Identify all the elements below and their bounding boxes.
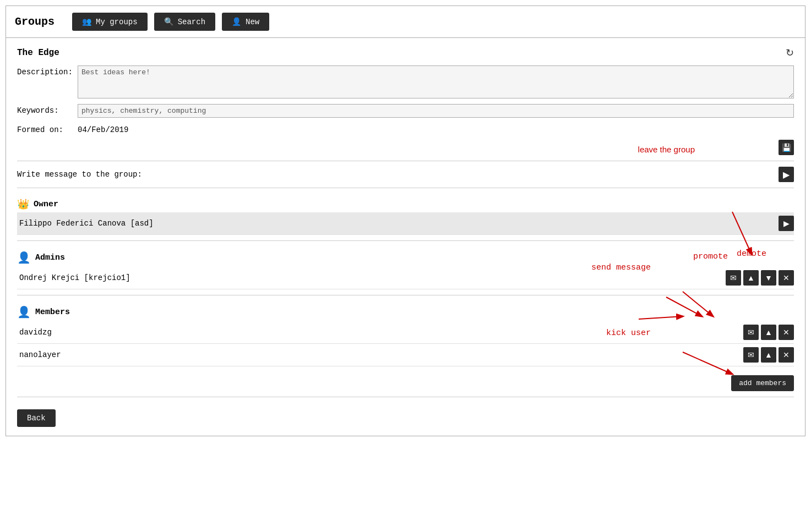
write-message-row: Write message to the group: ▶	[17, 167, 794, 182]
formed-on-label: Formed on:	[17, 123, 78, 134]
add-members-button[interactable]: add members	[731, 375, 794, 391]
write-message-label: Write message to the group:	[17, 170, 142, 179]
member-row-1: nanolayer ✉ ▲ ✕	[17, 344, 794, 366]
admins-icon: 👤	[17, 251, 31, 265]
new-button[interactable]: 👤 New	[222, 13, 269, 31]
member-send-message-button-1[interactable]: ✉	[743, 347, 759, 363]
keywords-row: Keywords:	[17, 104, 794, 118]
keywords-input[interactable]	[78, 104, 794, 118]
admin-name-0: Ondrej Krejci [krejcio1]	[19, 273, 130, 282]
my-groups-button[interactable]: 👥 My groups	[72, 13, 148, 31]
owner-section: 👑 Owner Filippo Federici Canova [asd] ▶	[17, 194, 794, 235]
save-btn-row: 💾	[17, 140, 794, 155]
owner-header: 👑 Owner	[17, 194, 794, 212]
divider-1	[17, 161, 794, 161]
group-title-row: The Edge ↻	[17, 47, 794, 59]
divider-3	[17, 240, 794, 241]
back-button[interactable]: Back	[17, 409, 56, 427]
admin-kick-button-0[interactable]: ✕	[779, 270, 794, 286]
group-name: The Edge	[17, 48, 59, 58]
description-input[interactable]	[78, 65, 794, 98]
description-row: Description:	[17, 65, 794, 98]
divider-5	[17, 397, 794, 397]
member-actions-1: ✉ ▲ ✕	[743, 347, 794, 363]
member-row-0: davidzg ✉ ▲ ✕	[17, 321, 794, 344]
description-label: Description:	[17, 65, 78, 76]
members-icon: 👤	[17, 305, 31, 319]
search-icon: 🔍	[164, 17, 173, 26]
refresh-button[interactable]: ↻	[786, 47, 794, 59]
my-groups-icon: 👥	[82, 17, 91, 26]
admin-actions-0: ✉ ▲ ▼ ✕	[726, 270, 794, 286]
admin-demote-button-0[interactable]: ▼	[761, 270, 776, 286]
owner-member-row: Filippo Federici Canova [asd] ▶	[17, 212, 794, 235]
new-group-icon: 👤	[232, 17, 241, 26]
admin-member-row-0: Ondrej Krejci [krejcio1] ✉ ▲ ▼ ✕	[17, 267, 794, 289]
member-name-0: davidzg	[19, 328, 52, 337]
members-section: kick user 👤 Members davidzg ✉ ▲ ✕ nanola…	[17, 301, 794, 391]
admins-header: 👤 Admins	[17, 246, 794, 267]
member-send-message-button-0[interactable]: ✉	[743, 325, 759, 340]
formed-on-value: 04/Feb/2019	[78, 123, 128, 134]
divider-4	[17, 295, 794, 295]
save-button[interactable]: 💾	[779, 140, 794, 155]
member-promote-button-1[interactable]: ▲	[761, 347, 776, 363]
member-actions-0: ✉ ▲ ✕	[743, 325, 794, 340]
page-title: Groups	[15, 15, 55, 28]
keywords-label: Keywords:	[17, 104, 78, 115]
member-kick-button-0[interactable]: ✕	[779, 325, 794, 340]
header: Groups 👥 My groups 🔍 Search 👤 New	[6, 6, 805, 38]
owner-actions: ▶	[779, 216, 794, 231]
divider-2	[17, 188, 794, 188]
owner-leave-button[interactable]: ▶	[779, 216, 794, 231]
main-container: Groups 👥 My groups 🔍 Search 👤 New The Ed…	[6, 6, 805, 436]
formed-on-row: Formed on: 04/Feb/2019	[17, 123, 794, 134]
admin-send-message-button-0[interactable]: ✉	[726, 270, 741, 286]
write-message-area: leave the group Write message to the gro…	[17, 167, 794, 182]
admins-section: send message promote demote 👤 Admins Ond…	[17, 246, 794, 289]
admin-promote-button-0[interactable]: ▲	[743, 270, 759, 286]
owner-icon: 👑	[17, 198, 29, 210]
owner-name: Filippo Federici Canova [asd]	[19, 219, 154, 228]
leave-group-button[interactable]: ▶	[779, 167, 794, 182]
member-promote-button-0[interactable]: ▲	[761, 325, 776, 340]
admins-heading: Admins	[35, 253, 65, 262]
add-members-row: add members	[17, 372, 794, 391]
members-header: 👤 Members	[17, 301, 794, 321]
owner-heading: Owner	[34, 200, 58, 209]
members-heading: Members	[35, 308, 70, 317]
search-button[interactable]: 🔍 Search	[154, 13, 215, 31]
member-name-1: nanolayer	[19, 350, 61, 359]
content-area: The Edge ↻ Description: Keywords: Formed…	[6, 38, 805, 436]
member-kick-button-1[interactable]: ✕	[779, 347, 794, 363]
